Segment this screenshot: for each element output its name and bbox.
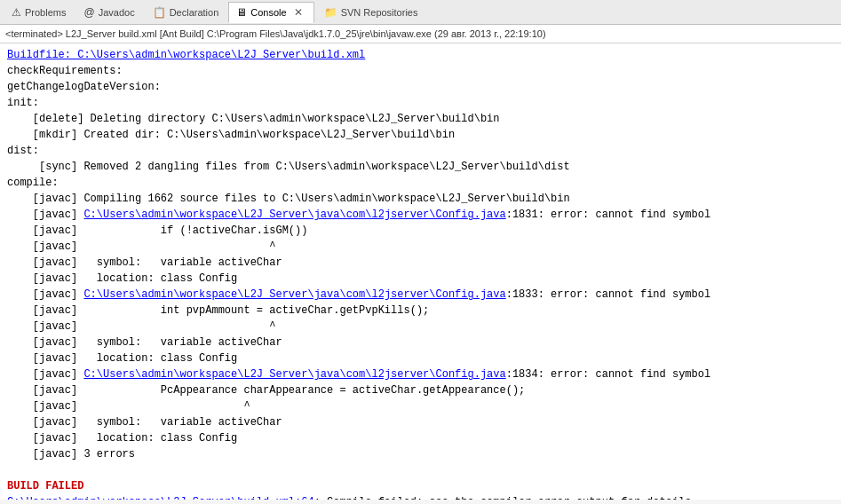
console-line: [javac] ^	[7, 239, 834, 255]
tab-declaration-label: Declaration	[170, 7, 219, 18]
console-line: BUILD FAILED	[7, 478, 834, 494]
tab-javadoc[interactable]: @ Javadoc	[75, 2, 142, 23]
console-line: [javac] symbol: variable activeChar	[7, 414, 834, 430]
header-text: <terminated> L2J_Server build.xml [Ant B…	[5, 28, 546, 39]
console-line: [javac] int pvpAmmount = activeChar.getP…	[7, 303, 834, 319]
console-header: <terminated> L2J_Server build.xml [Ant B…	[0, 25, 841, 43]
console-line: [javac] location: class Config	[7, 350, 834, 366]
declaration-icon: 📋	[153, 6, 166, 19]
console-line: [javac] ^	[7, 398, 834, 414]
console-line: [javac] 3 errors	[7, 446, 834, 462]
tab-javadoc-label: Javadoc	[99, 7, 135, 18]
console-line: [javac] Compiling 1662 source files to C…	[7, 191, 834, 207]
tab-bar: ⚠ Problems @ Javadoc 📋 Declaration 🖥 Con…	[0, 0, 841, 25]
tab-svn[interactable]: 📁 SVN Repositories	[316, 2, 426, 23]
console-line: [javac] PcAppearance charAppearance = ac…	[7, 382, 834, 398]
console-output[interactable]: Buildfile: C:\Users\admin\workspace\L2J_…	[0, 43, 841, 500]
tab-console[interactable]: 🖥 Console ✕	[228, 2, 313, 23]
tab-svn-label: SVN Repositories	[341, 7, 418, 18]
console-line: getChangelogDateVersion:	[7, 79, 834, 95]
console-line	[7, 462, 834, 478]
javadoc-icon: @	[83, 6, 94, 19]
error-link[interactable]: C:\Users\admin\workspace\L2J_Server\java…	[83, 288, 505, 301]
console-line: C:\Users\admin\workspace\L2J_Server\buil…	[7, 494, 834, 500]
console-line: [sync] Removed 2 dangling files from C:\…	[7, 159, 834, 175]
console-line: [javac] C:\Users\admin\workspace\L2J_Ser…	[7, 207, 834, 223]
console-icon: 🖥	[236, 6, 247, 19]
console-close-button[interactable]: ✕	[290, 6, 306, 19]
console-line: dist:	[7, 143, 834, 159]
console-line: [javac] location: class Config	[7, 271, 834, 287]
console-line: [delete] Deleting directory C:\Users\adm…	[7, 111, 834, 127]
console-line: [mkdir] Created dir: C:\Users\admin\work…	[7, 127, 834, 143]
error-link[interactable]: C:\Users\admin\workspace\L2J_Server\java…	[83, 368, 505, 381]
console-line: [javac] C:\Users\admin\workspace\L2J_Ser…	[7, 287, 834, 303]
console-line: [javac] location: class Config	[7, 430, 834, 446]
buildfile-link[interactable]: Buildfile: C:\Users\admin\workspace\L2J_…	[7, 49, 365, 61]
console-line: [javac] ^	[7, 319, 834, 335]
console-line: [javac] symbol: variable activeChar	[7, 335, 834, 350]
console-line: [javac] C:\Users\admin\workspace\L2J_Ser…	[7, 366, 834, 382]
tab-declaration[interactable]: 📋 Declaration	[145, 2, 227, 23]
console-line: [javac] symbol: variable activeChar	[7, 255, 834, 271]
console-line: [javac] if (!activeChar.isGM())	[7, 223, 834, 239]
tab-console-label: Console	[250, 7, 286, 18]
console-line: compile:	[7, 175, 834, 191]
error-link[interactable]: C:\Users\admin\workspace\L2J_Server\java…	[83, 209, 505, 221]
console-line: Buildfile: C:\Users\admin\workspace\L2J_…	[7, 47, 834, 63]
console-line: checkRequirements:	[7, 63, 834, 79]
console-line: init:	[7, 95, 834, 111]
tab-problems[interactable]: ⚠ Problems	[4, 2, 74, 23]
problems-icon: ⚠	[12, 6, 21, 19]
svn-icon: 📁	[324, 6, 337, 19]
build-error-link[interactable]: C:\Users\admin\workspace\L2J_Server\buil…	[7, 496, 314, 500]
tab-problems-label: Problems	[25, 7, 66, 18]
